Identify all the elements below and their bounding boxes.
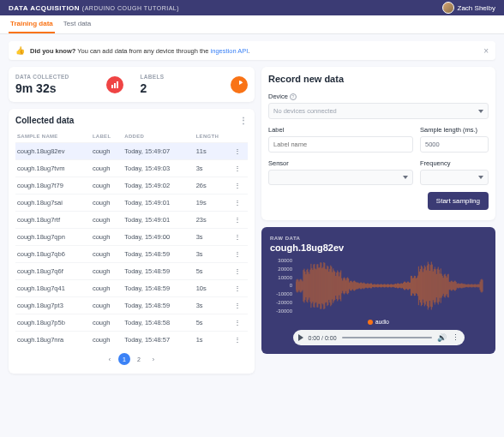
thumbs-up-icon: 👍 — [15, 46, 25, 55]
collected-value: 9m 32s — [15, 81, 69, 95]
frequency-select[interactable] — [420, 170, 489, 185]
waveform — [296, 258, 483, 314]
labels-value: 2 — [141, 81, 165, 95]
play-icon[interactable] — [298, 334, 303, 341]
table-row[interactable]: cough.18ug7saicoughToday, 15:49:0119s⋮ — [15, 195, 248, 212]
pie-icon — [231, 76, 248, 93]
audio-player: 0:00 / 0:00 🔊 ⋮ — [293, 330, 465, 345]
sample-name[interactable]: cough.18ug7tvm — [15, 160, 91, 177]
svg-rect-2 — [117, 81, 118, 88]
page-title: DATA ACQUISITION (ARDUINO COUGH TUTORIAL… — [9, 4, 179, 12]
row-menu-icon[interactable]: ⋮ — [232, 263, 248, 280]
table-row[interactable]: cough.18ug7q41coughToday, 15:48:5910s⋮ — [15, 280, 248, 297]
record-card: Record new data Device? No devices conne… — [261, 67, 495, 220]
length-input[interactable] — [420, 136, 489, 153]
help-icon[interactable]: ? — [290, 93, 297, 100]
close-icon[interactable]: × — [483, 46, 489, 56]
sample-name[interactable]: cough.18ug7sai — [15, 195, 91, 212]
label-input[interactable] — [268, 136, 413, 153]
audio-menu-icon[interactable]: ⋮ — [452, 333, 459, 342]
sample-name[interactable]: cough.18ug7qpn — [15, 229, 91, 246]
pagination: ‹ 1 2 › — [15, 348, 248, 367]
collected-title: Collected data — [15, 116, 74, 125]
row-menu-icon[interactable]: ⋮ — [232, 297, 248, 314]
app-header: DATA ACQUISITION (ARDUINO COUGH TUTORIAL… — [0, 0, 504, 15]
stats-card: DATA COLLECTED 9m 32s LABELS 2 — [9, 67, 255, 102]
sample-name[interactable]: cough.18ug7rtf — [15, 212, 91, 229]
row-menu-icon[interactable]: ⋮ — [232, 229, 248, 246]
record-title: Record new data — [268, 74, 489, 84]
data-tabs: Training data Test data — [0, 15, 504, 34]
user-menu[interactable]: Zach Shelby — [442, 2, 495, 14]
audio-time: 0:00 / 0:00 — [309, 335, 337, 341]
start-sampling-button[interactable]: Start sampling — [428, 192, 489, 210]
table-row[interactable]: cough.18ug7qpncoughToday, 15:49:003s⋮ — [15, 229, 248, 246]
sample-name[interactable]: cough.18ug7nra — [15, 332, 91, 349]
volume-icon[interactable]: 🔊 — [437, 333, 447, 342]
tab-test[interactable]: Test data — [62, 15, 93, 33]
sample-name[interactable]: cough.18ug7pt3 — [15, 297, 91, 314]
svg-rect-1 — [114, 83, 116, 88]
y-axis: 3000020000100000-10000-20000-30000 — [270, 258, 292, 314]
table-row[interactable]: cough.18ug7tvmcoughToday, 15:49:033s⋮ — [15, 160, 248, 177]
table-row[interactable]: cough.18ug7p5bcoughToday, 15:48:585s⋮ — [15, 314, 248, 332]
row-menu-icon[interactable]: ⋮ — [232, 246, 248, 263]
sample-name[interactable]: cough.18ug7t79 — [15, 177, 91, 195]
tab-training[interactable]: Training data — [9, 15, 55, 33]
table-row[interactable]: cough.18ug82evcoughToday, 15:49:0711s⋮ — [15, 143, 248, 160]
page-next[interactable]: › — [147, 353, 159, 365]
collected-card: Collected data ⋮ Sample Name Label Added… — [9, 109, 255, 374]
svg-rect-0 — [111, 85, 113, 88]
table-row[interactable]: cough.18ug7t79coughToday, 15:49:0226s⋮ — [15, 177, 248, 195]
row-menu-icon[interactable]: ⋮ — [232, 160, 248, 177]
kebab-icon[interactable]: ⋮ — [239, 116, 248, 125]
table-row[interactable]: cough.18ug7nracoughToday, 15:48:571s⋮ — [15, 332, 248, 349]
page-prev[interactable]: ‹ — [104, 353, 116, 365]
collected-label: DATA COLLECTED — [15, 74, 69, 80]
device-select[interactable]: No devices connected — [268, 103, 489, 119]
row-menu-icon[interactable]: ⋮ — [232, 280, 248, 297]
table-row[interactable]: cough.18ug7q6fcoughToday, 15:48:595s⋮ — [15, 263, 248, 280]
row-menu-icon[interactable]: ⋮ — [232, 177, 248, 195]
row-menu-icon[interactable]: ⋮ — [232, 195, 248, 212]
user-name: Zach Shelby — [458, 4, 495, 12]
sensor-select[interactable] — [268, 170, 413, 185]
avatar — [442, 2, 454, 14]
sample-name[interactable]: cough.18ug82ev — [15, 143, 91, 160]
table-row[interactable]: cough.18ug7qb6coughToday, 15:48:593s⋮ — [15, 246, 248, 263]
page-1[interactable]: 1 — [118, 353, 130, 365]
sample-name[interactable]: cough.18ug7p5b — [15, 314, 91, 332]
banner-text: Did you know? You can add data from any … — [30, 47, 249, 55]
legend: audio — [270, 319, 487, 325]
info-banner: 👍 Did you know? You can add data from an… — [9, 41, 495, 60]
sample-name[interactable]: cough.18ug7qb6 — [15, 246, 91, 263]
audio-scrubber[interactable] — [342, 337, 432, 338]
chart-icon — [106, 76, 123, 93]
page-2[interactable]: 2 — [133, 353, 145, 365]
labels-label: LABELS — [141, 74, 165, 80]
ingestion-api-link[interactable]: ingestion API — [211, 47, 249, 55]
raw-sample-name: cough.18ug82ev — [270, 242, 487, 253]
row-menu-icon[interactable]: ⋮ — [232, 212, 248, 229]
samples-table: Sample Name Label Added Length cough.18u… — [15, 130, 248, 348]
table-row[interactable]: cough.18ug7rtfcoughToday, 15:49:0123s⋮ — [15, 212, 248, 229]
raw-data-card: RAW DATA cough.18ug82ev 3000020000100000… — [261, 227, 495, 354]
sample-name[interactable]: cough.18ug7q6f — [15, 263, 91, 280]
sample-name[interactable]: cough.18ug7q41 — [15, 280, 91, 297]
row-menu-icon[interactable]: ⋮ — [232, 143, 248, 160]
row-menu-icon[interactable]: ⋮ — [232, 314, 248, 332]
table-row[interactable]: cough.18ug7pt3coughToday, 15:48:593s⋮ — [15, 297, 248, 314]
row-menu-icon[interactable]: ⋮ — [232, 332, 248, 349]
